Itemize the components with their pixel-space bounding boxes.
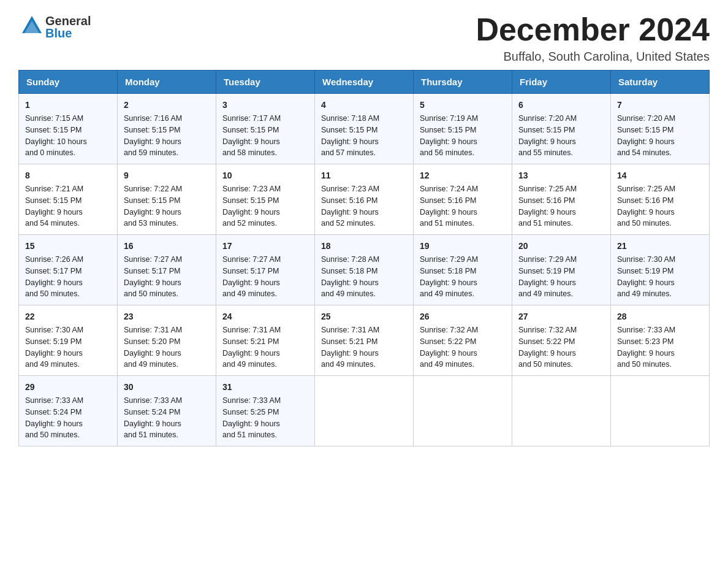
day-info: Sunrise: 7:19 AM Sunset: 5:15 PM Dayligh…	[420, 114, 478, 157]
day-number: 4	[321, 99, 407, 112]
calendar-cell: 25 Sunrise: 7:31 AM Sunset: 5:21 PM Dayl…	[315, 305, 414, 376]
header-friday: Friday	[512, 71, 611, 94]
day-info: Sunrise: 7:30 AM Sunset: 5:19 PM Dayligh…	[25, 326, 83, 369]
calendar-cell: 22 Sunrise: 7:30 AM Sunset: 5:19 PM Dayl…	[19, 305, 118, 376]
day-number: 26	[420, 310, 506, 323]
day-number: 19	[420, 240, 506, 253]
day-info: Sunrise: 7:31 AM Sunset: 5:21 PM Dayligh…	[222, 326, 281, 369]
calendar-cell: 5 Sunrise: 7:19 AM Sunset: 5:15 PM Dayli…	[414, 94, 512, 164]
day-info: Sunrise: 7:23 AM Sunset: 5:16 PM Dayligh…	[321, 185, 379, 228]
day-number: 14	[617, 169, 703, 182]
calendar-cell: 4 Sunrise: 7:18 AM Sunset: 5:15 PM Dayli…	[315, 94, 414, 164]
calendar-table: Sunday Monday Tuesday Wednesday Thursday…	[18, 70, 710, 446]
week-row-4: 22 Sunrise: 7:30 AM Sunset: 5:19 PM Dayl…	[19, 305, 710, 376]
day-number: 9	[124, 169, 210, 182]
day-info: Sunrise: 7:33 AM Sunset: 5:24 PM Dayligh…	[124, 396, 182, 439]
header-wednesday: Wednesday	[315, 71, 414, 94]
calendar-cell: 18 Sunrise: 7:28 AM Sunset: 5:18 PM Dayl…	[315, 235, 414, 305]
weekday-header-row: Sunday Monday Tuesday Wednesday Thursday…	[19, 71, 710, 94]
calendar-cell	[611, 376, 710, 446]
calendar-cell: 1 Sunrise: 7:15 AM Sunset: 5:15 PM Dayli…	[19, 94, 118, 164]
day-number: 16	[124, 240, 210, 253]
week-row-5: 29 Sunrise: 7:33 AM Sunset: 5:24 PM Dayl…	[19, 376, 710, 446]
day-number: 27	[518, 310, 604, 323]
calendar-cell: 24 Sunrise: 7:31 AM Sunset: 5:21 PM Dayl…	[216, 305, 315, 376]
day-number: 29	[25, 381, 111, 394]
calendar-cell: 12 Sunrise: 7:24 AM Sunset: 5:16 PM Dayl…	[414, 164, 512, 235]
logo-text: General Blue	[45, 15, 91, 39]
calendar-cell: 16 Sunrise: 7:27 AM Sunset: 5:17 PM Dayl…	[118, 235, 216, 305]
day-number: 31	[222, 381, 308, 394]
calendar-cell: 14 Sunrise: 7:25 AM Sunset: 5:16 PM Dayl…	[611, 164, 710, 235]
header-monday: Monday	[118, 71, 216, 94]
week-row-2: 8 Sunrise: 7:21 AM Sunset: 5:15 PM Dayli…	[19, 164, 710, 235]
calendar-cell: 10 Sunrise: 7:23 AM Sunset: 5:15 PM Dayl…	[216, 164, 315, 235]
calendar-cell: 3 Sunrise: 7:17 AM Sunset: 5:15 PM Dayli…	[216, 94, 315, 164]
header-tuesday: Tuesday	[216, 71, 315, 94]
calendar-cell: 26 Sunrise: 7:32 AM Sunset: 5:22 PM Dayl…	[414, 305, 512, 376]
day-number: 17	[222, 240, 308, 253]
calendar-cell: 13 Sunrise: 7:25 AM Sunset: 5:16 PM Dayl…	[512, 164, 611, 235]
week-row-3: 15 Sunrise: 7:26 AM Sunset: 5:17 PM Dayl…	[19, 235, 710, 305]
day-info: Sunrise: 7:26 AM Sunset: 5:17 PM Dayligh…	[25, 255, 83, 298]
header-thursday: Thursday	[414, 71, 512, 94]
day-info: Sunrise: 7:27 AM Sunset: 5:17 PM Dayligh…	[124, 255, 182, 298]
calendar-cell: 2 Sunrise: 7:16 AM Sunset: 5:15 PM Dayli…	[118, 94, 216, 164]
day-number: 3	[222, 99, 308, 112]
day-number: 10	[222, 169, 308, 182]
logo: General Blue	[18, 12, 91, 39]
logo-icon	[18, 12, 45, 39]
page-header: General Blue December 2024 Buffalo, Sout…	[18, 12, 710, 64]
day-number: 5	[420, 99, 506, 112]
calendar-cell: 29 Sunrise: 7:33 AM Sunset: 5:24 PM Dayl…	[19, 376, 118, 446]
calendar-cell	[512, 376, 611, 446]
calendar-cell: 30 Sunrise: 7:33 AM Sunset: 5:24 PM Dayl…	[118, 376, 216, 446]
calendar-cell: 9 Sunrise: 7:22 AM Sunset: 5:15 PM Dayli…	[118, 164, 216, 235]
day-info: Sunrise: 7:32 AM Sunset: 5:22 PM Dayligh…	[518, 326, 577, 369]
day-number: 8	[25, 169, 111, 182]
day-info: Sunrise: 7:20 AM Sunset: 5:15 PM Dayligh…	[617, 114, 675, 157]
header-saturday: Saturday	[611, 71, 710, 94]
calendar-cell: 27 Sunrise: 7:32 AM Sunset: 5:22 PM Dayl…	[512, 305, 611, 376]
day-info: Sunrise: 7:29 AM Sunset: 5:18 PM Dayligh…	[420, 255, 478, 298]
day-number: 7	[617, 99, 703, 112]
day-number: 12	[420, 169, 506, 182]
day-info: Sunrise: 7:31 AM Sunset: 5:21 PM Dayligh…	[321, 326, 379, 369]
calendar-cell: 31 Sunrise: 7:33 AM Sunset: 5:25 PM Dayl…	[216, 376, 315, 446]
day-number: 1	[25, 99, 111, 112]
day-info: Sunrise: 7:31 AM Sunset: 5:20 PM Dayligh…	[124, 326, 182, 369]
day-number: 25	[321, 310, 407, 323]
calendar-cell: 19 Sunrise: 7:29 AM Sunset: 5:18 PM Dayl…	[414, 235, 512, 305]
day-info: Sunrise: 7:33 AM Sunset: 5:23 PM Dayligh…	[617, 326, 675, 369]
calendar-cell: 6 Sunrise: 7:20 AM Sunset: 5:15 PM Dayli…	[512, 94, 611, 164]
day-number: 2	[124, 99, 210, 112]
calendar-cell: 17 Sunrise: 7:27 AM Sunset: 5:17 PM Dayl…	[216, 235, 315, 305]
day-info: Sunrise: 7:24 AM Sunset: 5:16 PM Dayligh…	[420, 185, 478, 228]
day-info: Sunrise: 7:27 AM Sunset: 5:17 PM Dayligh…	[222, 255, 281, 298]
calendar-cell: 15 Sunrise: 7:26 AM Sunset: 5:17 PM Dayl…	[19, 235, 118, 305]
day-info: Sunrise: 7:15 AM Sunset: 5:15 PM Dayligh…	[25, 114, 87, 157]
day-number: 11	[321, 169, 407, 182]
calendar-cell: 8 Sunrise: 7:21 AM Sunset: 5:15 PM Dayli…	[19, 164, 118, 235]
day-info: Sunrise: 7:33 AM Sunset: 5:25 PM Dayligh…	[222, 396, 281, 439]
calendar-cell: 7 Sunrise: 7:20 AM Sunset: 5:15 PM Dayli…	[611, 94, 710, 164]
day-info: Sunrise: 7:32 AM Sunset: 5:22 PM Dayligh…	[420, 326, 478, 369]
day-info: Sunrise: 7:25 AM Sunset: 5:16 PM Dayligh…	[617, 185, 675, 228]
calendar-cell: 21 Sunrise: 7:30 AM Sunset: 5:19 PM Dayl…	[611, 235, 710, 305]
week-row-1: 1 Sunrise: 7:15 AM Sunset: 5:15 PM Dayli…	[19, 94, 710, 164]
day-info: Sunrise: 7:25 AM Sunset: 5:16 PM Dayligh…	[518, 185, 577, 228]
calendar-cell: 11 Sunrise: 7:23 AM Sunset: 5:16 PM Dayl…	[315, 164, 414, 235]
day-info: Sunrise: 7:28 AM Sunset: 5:18 PM Dayligh…	[321, 255, 379, 298]
day-info: Sunrise: 7:20 AM Sunset: 5:15 PM Dayligh…	[518, 114, 577, 157]
day-info: Sunrise: 7:29 AM Sunset: 5:19 PM Dayligh…	[518, 255, 577, 298]
day-number: 30	[124, 381, 210, 394]
day-number: 6	[518, 99, 604, 112]
day-number: 28	[617, 310, 703, 323]
day-info: Sunrise: 7:30 AM Sunset: 5:19 PM Dayligh…	[617, 255, 675, 298]
location-title: Buffalo, South Carolina, United States	[476, 50, 710, 64]
day-info: Sunrise: 7:18 AM Sunset: 5:15 PM Dayligh…	[321, 114, 379, 157]
day-number: 13	[518, 169, 604, 182]
day-number: 18	[321, 240, 407, 253]
calendar-cell	[414, 376, 512, 446]
day-number: 24	[222, 310, 308, 323]
